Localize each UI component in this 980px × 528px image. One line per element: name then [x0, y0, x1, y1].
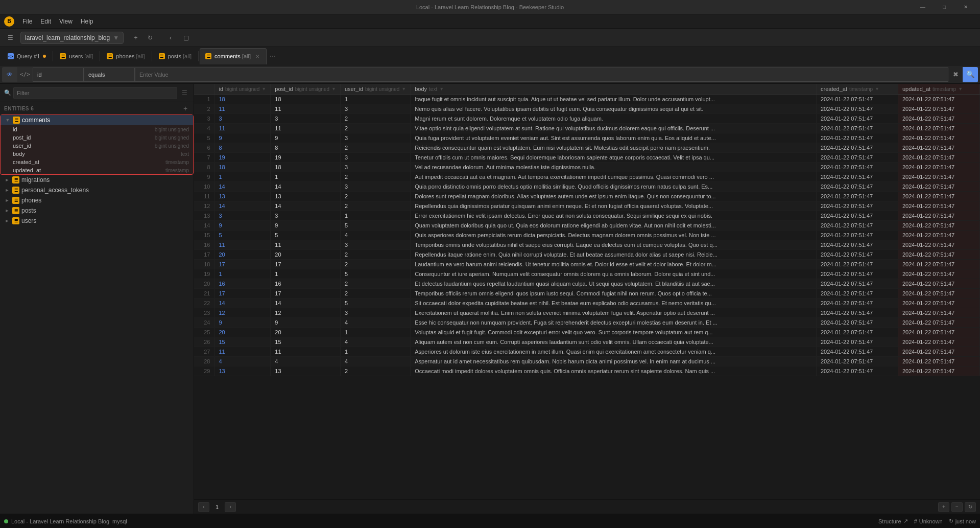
- connection-dropdown[interactable]: laravel_learn_relationship_blog ▼: [20, 32, 124, 44]
- cell-created_at[interactable]: 2024-01-22 07:51:47: [817, 172, 898, 182]
- cell-created_at[interactable]: 2024-01-22 07:51:47: [817, 182, 898, 192]
- cell-id[interactable]: 3: [214, 211, 271, 221]
- cell-updated_at[interactable]: 2024-01-22 07:51:47: [898, 240, 980, 250]
- table-row[interactable]: 13 3 3 1 Error exercitationem hic velit …: [194, 211, 980, 221]
- cell-created_at[interactable]: 2024-01-22 07:51:47: [817, 240, 898, 250]
- cell-created_at[interactable]: 2024-01-22 07:51:47: [817, 308, 898, 318]
- cell-post_id[interactable]: 11: [271, 347, 341, 357]
- table-row[interactable]: 11 13 13 2 Dolores sunt repellat magnam …: [194, 192, 980, 201]
- field-post_id[interactable]: post_id bigint unsigned: [13, 133, 193, 142]
- menu-file[interactable]: File: [22, 18, 32, 25]
- cell-updated_at[interactable]: 2024-01-22 07:51:47: [898, 124, 980, 133]
- table-row[interactable]: 25 20 20 1 Voluptas aliquid et fugit fug…: [194, 328, 980, 337]
- table-row[interactable]: 5 9 9 3 Quia fuga provident ut voluptate…: [194, 133, 980, 143]
- table-row[interactable]: 28 4 4 4 Aspernatur aut id amet necessit…: [194, 357, 980, 366]
- cell-user_id[interactable]: 3: [340, 163, 410, 172]
- filter-code-button[interactable]: </>: [17, 67, 33, 82]
- add-entity-button[interactable]: +: [181, 104, 189, 112]
- cell-body[interactable]: Quia fuga provident ut voluptatem evenie…: [411, 133, 817, 143]
- cell-updated_at[interactable]: 2024-01-22 07:51:47: [898, 366, 980, 376]
- cell-body[interactable]: Itaque fugit et omnis incidunt aut susci…: [411, 95, 817, 104]
- cell-id[interactable]: 5: [214, 231, 271, 240]
- cell-post_id[interactable]: 14: [271, 299, 341, 308]
- cell-user_id[interactable]: 3: [340, 308, 410, 318]
- cell-user_id[interactable]: 1: [340, 95, 410, 104]
- table-row[interactable]: 14 9 9 5 Quam voluptatem doloribus quia …: [194, 221, 980, 231]
- cell-updated_at[interactable]: 2024-01-22 07:51:47: [898, 269, 980, 279]
- col-header-user_id[interactable]: user_id bigint unsigned ▼: [340, 84, 410, 95]
- cell-id[interactable]: 18: [214, 163, 271, 172]
- cell-updated_at[interactable]: 2024-01-22 07:51:47: [898, 221, 980, 231]
- cell-updated_at[interactable]: 2024-01-22 07:51:47: [898, 104, 980, 114]
- cell-post_id[interactable]: 15: [271, 337, 341, 347]
- cell-post_id[interactable]: 3: [271, 211, 341, 221]
- cell-id[interactable]: 9: [214, 133, 271, 143]
- cell-user_id[interactable]: 3: [340, 104, 410, 114]
- cell-body[interactable]: Exercitationem ut quaerat mollitia. Enim…: [411, 308, 817, 318]
- table-row[interactable]: 26 15 15 4 Aliquam autem est non cum eum…: [194, 337, 980, 347]
- cell-created_at[interactable]: 2024-01-22 07:51:47: [817, 221, 898, 231]
- cell-id[interactable]: 1: [214, 172, 271, 182]
- table-row[interactable]: 29 13 13 2 Occaecati modi impedit dolore…: [194, 366, 980, 376]
- cell-created_at[interactable]: 2024-01-22 07:51:47: [817, 231, 898, 240]
- cell-body[interactable]: Dolores sunt repellat magnam doloribus. …: [411, 192, 817, 201]
- cell-id[interactable]: 14: [214, 299, 271, 308]
- sidebar-item-migrations[interactable]: ► ☰ migrations: [0, 175, 194, 185]
- refresh-button[interactable]: ↻: [144, 32, 156, 44]
- table-row[interactable]: 3 3 3 2 Magni rerum et sunt dolorem. Dol…: [194, 114, 980, 124]
- cell-user_id[interactable]: 4: [340, 337, 410, 347]
- cell-post_id[interactable]: 9: [271, 133, 341, 143]
- cell-body[interactable]: Voluptas aliquid et fugit fugit. Commodi…: [411, 328, 817, 337]
- cell-updated_at[interactable]: 2024-01-22 07:51:47: [898, 192, 980, 201]
- cell-post_id[interactable]: 20: [271, 250, 341, 260]
- cell-post_id[interactable]: 13: [271, 192, 341, 201]
- menu-help[interactable]: Help: [81, 18, 93, 25]
- tab-phones[interactable]: ☰ phones [all]: [101, 48, 150, 64]
- filter-field-select[interactable]: id: [33, 67, 84, 82]
- cell-id[interactable]: 20: [214, 328, 271, 337]
- cell-user_id[interactable]: 2: [340, 201, 410, 211]
- cell-updated_at[interactable]: 2024-01-22 07:51:47: [898, 337, 980, 347]
- cell-user_id[interactable]: 5: [340, 221, 410, 231]
- table-row[interactable]: 8 18 18 3 Vel ad recusandae dolorum. Aut…: [194, 163, 980, 172]
- cell-body[interactable]: Laudantium ea vero harum animi reiciendi…: [411, 260, 817, 269]
- cell-created_at[interactable]: 2024-01-22 07:51:47: [817, 104, 898, 114]
- cell-body[interactable]: Vel ad recusandae dolorum. Aut minima mo…: [411, 163, 817, 172]
- maximize-button[interactable]: □: [934, 0, 954, 14]
- cell-post_id[interactable]: 3: [271, 114, 341, 124]
- cell-id[interactable]: 17: [214, 289, 271, 299]
- col-header-body[interactable]: body text ▼: [411, 84, 817, 95]
- sidebar-item-personal_access_tokens[interactable]: ► ☰ personal_access_tokens: [0, 185, 194, 195]
- sidebar-item-comments[interactable]: ▼ ☰ comments: [1, 115, 193, 125]
- cell-created_at[interactable]: 2024-01-22 07:51:47: [817, 192, 898, 201]
- cell-created_at[interactable]: 2024-01-22 07:51:47: [817, 366, 898, 376]
- cell-created_at[interactable]: 2024-01-22 07:51:47: [817, 318, 898, 328]
- cell-post_id[interactable]: 8: [271, 143, 341, 153]
- filter-value-input[interactable]: [135, 67, 948, 82]
- field-id[interactable]: id bigint unsigned: [13, 125, 193, 133]
- cell-id[interactable]: 11: [214, 347, 271, 357]
- sidebar-item-phones[interactable]: ► ☰ phones: [0, 195, 194, 205]
- cell-post_id[interactable]: 13: [271, 366, 341, 376]
- cell-updated_at[interactable]: 2024-01-22 07:51:47: [898, 95, 980, 104]
- table-row[interactable]: 10 14 14 3 Quia porro distinctio omnis p…: [194, 182, 980, 192]
- cell-post_id[interactable]: 18: [271, 163, 341, 172]
- cell-created_at[interactable]: 2024-01-22 07:51:47: [817, 114, 898, 124]
- cell-updated_at[interactable]: 2024-01-22 07:51:47: [898, 114, 980, 124]
- prev-page-button[interactable]: ‹: [198, 502, 209, 512]
- cell-user_id[interactable]: 2: [340, 192, 410, 201]
- cell-id[interactable]: 14: [214, 201, 271, 211]
- cell-created_at[interactable]: 2024-01-22 07:51:47: [817, 124, 898, 133]
- table-row[interactable]: 4 11 11 2 Vitae optio sint quia eligendi…: [194, 124, 980, 133]
- cell-user_id[interactable]: 2: [340, 366, 410, 376]
- cell-updated_at[interactable]: 2024-01-22 07:51:47: [898, 347, 980, 357]
- cell-id[interactable]: 8: [214, 143, 271, 153]
- cell-user_id[interactable]: 4: [340, 318, 410, 328]
- cell-user_id[interactable]: 3: [340, 240, 410, 250]
- cell-post_id[interactable]: 11: [271, 104, 341, 114]
- cell-id[interactable]: 19: [214, 153, 271, 163]
- cell-user_id[interactable]: 2: [340, 250, 410, 260]
- next-page-button[interactable]: ›: [225, 502, 236, 512]
- back-button[interactable]: ‹: [164, 32, 177, 44]
- cell-post_id[interactable]: 16: [271, 279, 341, 289]
